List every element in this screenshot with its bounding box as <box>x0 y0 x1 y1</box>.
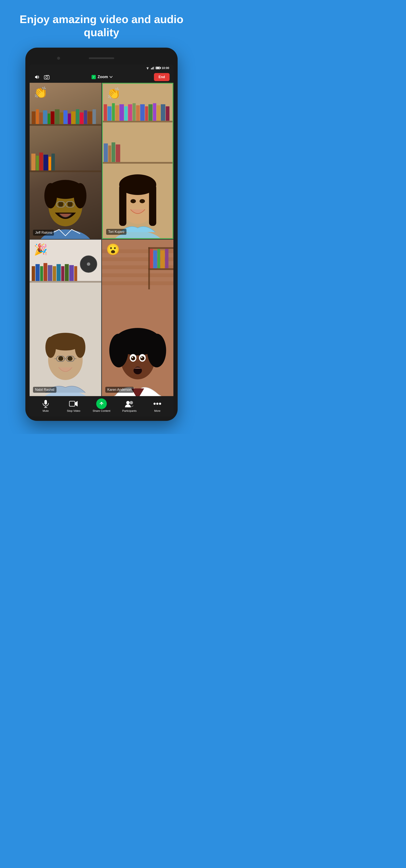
svg-point-131 <box>126 401 130 404</box>
svg-rect-59 <box>166 106 169 121</box>
svg-rect-49 <box>124 106 128 121</box>
svg-point-123 <box>140 356 144 361</box>
participants-button[interactable]: Participants <box>115 400 143 412</box>
phone-notch <box>30 52 173 65</box>
svg-rect-13 <box>48 114 50 124</box>
svg-rect-27 <box>39 152 43 170</box>
status-bar: 10:00 <box>30 65 173 71</box>
svg-rect-112 <box>160 250 165 269</box>
svg-point-34 <box>44 183 57 208</box>
karen-bg: 😮 <box>102 240 174 396</box>
stop-video-button[interactable]: Stop Video <box>60 400 88 412</box>
svg-rect-30 <box>52 154 55 170</box>
svg-rect-24 <box>93 109 96 124</box>
phone-speaker-grille <box>89 57 114 59</box>
svg-rect-62 <box>111 142 115 162</box>
svg-rect-105 <box>102 281 174 285</box>
svg-rect-54 <box>145 106 148 121</box>
svg-rect-77 <box>43 263 47 281</box>
jeff-reaction: 👏 <box>34 87 47 98</box>
battery-icon <box>156 67 160 69</box>
svg-point-92 <box>58 356 63 361</box>
svg-rect-80 <box>57 264 61 281</box>
stop-video-label: Stop Video <box>67 409 80 412</box>
svg-rect-15 <box>55 109 60 124</box>
svg-point-37 <box>67 201 72 207</box>
svg-rect-4 <box>154 66 155 69</box>
svg-rect-28 <box>43 155 48 170</box>
participants-label: Participants <box>122 409 137 412</box>
svg-rect-79 <box>53 266 56 281</box>
mute-button[interactable]: Mute <box>32 400 60 412</box>
signal-icon <box>151 66 155 69</box>
svg-rect-48 <box>119 104 124 121</box>
svg-rect-130 <box>69 401 75 406</box>
svg-point-0 <box>147 69 148 69</box>
tori-bg: 👏 <box>103 84 173 238</box>
svg-rect-50 <box>128 104 132 121</box>
svg-rect-8 <box>30 170 101 172</box>
phone-screen: 10:00 ✓ <box>30 65 173 416</box>
tori-reaction: 👏 <box>107 88 121 99</box>
share-content-button[interactable]: Share Content <box>88 400 115 412</box>
stop-video-icon <box>68 400 79 408</box>
share-content-label: Share Content <box>93 409 110 412</box>
svg-rect-110 <box>153 250 157 269</box>
nabil-name-label: Nabil Rashid <box>33 387 57 393</box>
svg-rect-17 <box>63 110 67 124</box>
zoom-label[interactable]: ✓ Zoom <box>53 75 151 79</box>
svg-rect-113 <box>165 249 168 269</box>
tori-name-label: Tori Kujaro <box>106 229 127 235</box>
svg-point-122 <box>131 356 135 361</box>
svg-rect-63 <box>116 144 120 162</box>
shield-badge: ✓ <box>92 75 96 79</box>
svg-rect-43 <box>103 162 173 164</box>
svg-rect-3 <box>153 67 154 69</box>
dropdown-arrow-icon <box>109 76 112 78</box>
camera-flip-button[interactable] <box>43 73 50 81</box>
top-bar: ✓ Zoom End <box>30 71 173 83</box>
svg-rect-21 <box>80 113 83 124</box>
speaker-button[interactable] <box>33 73 41 81</box>
bottom-toolbar: Mute Stop Video <box>30 396 173 416</box>
svg-rect-107 <box>148 247 150 289</box>
svg-rect-45 <box>107 106 111 121</box>
svg-point-119 <box>119 330 157 346</box>
video-cell-tori: 👏 Tori Kujaro <box>102 83 174 239</box>
svg-point-93 <box>67 356 72 361</box>
svg-rect-104 <box>102 273 174 277</box>
svg-rect-82 <box>65 264 69 281</box>
battery-fill <box>156 67 159 69</box>
time-display: 10:00 <box>162 66 169 70</box>
wifi-icon <box>145 66 150 69</box>
video-cell-jeff: 👏 Jeff Rakimi <box>30 83 101 239</box>
svg-rect-47 <box>115 105 119 121</box>
svg-rect-11 <box>39 113 43 124</box>
svg-rect-9 <box>32 111 36 124</box>
svg-rect-76 <box>40 266 43 281</box>
video-cell-karen: 😮 Karen Anderson <box>102 240 174 396</box>
svg-rect-127 <box>44 400 47 405</box>
svg-point-124 <box>132 357 133 358</box>
svg-point-135 <box>159 403 161 405</box>
mute-icon <box>40 400 51 408</box>
svg-rect-74 <box>32 266 35 281</box>
share-content-icon <box>96 400 107 408</box>
svg-rect-73 <box>30 281 101 283</box>
participants-icon <box>124 400 135 408</box>
svg-rect-57 <box>157 105 160 121</box>
svg-rect-10 <box>36 109 39 124</box>
svg-rect-22 <box>84 110 87 124</box>
end-button[interactable]: End <box>154 73 170 81</box>
svg-rect-84 <box>74 266 77 281</box>
hero-text: Enjoy amazing video and audio quality <box>0 13 203 39</box>
svg-rect-68 <box>149 185 156 226</box>
svg-rect-46 <box>112 103 115 121</box>
svg-rect-58 <box>161 104 165 121</box>
svg-rect-51 <box>132 103 136 121</box>
svg-rect-52 <box>136 105 140 121</box>
svg-rect-108 <box>148 269 173 270</box>
svg-rect-61 <box>108 146 111 162</box>
more-button[interactable]: More <box>143 400 171 412</box>
svg-rect-16 <box>60 113 63 124</box>
